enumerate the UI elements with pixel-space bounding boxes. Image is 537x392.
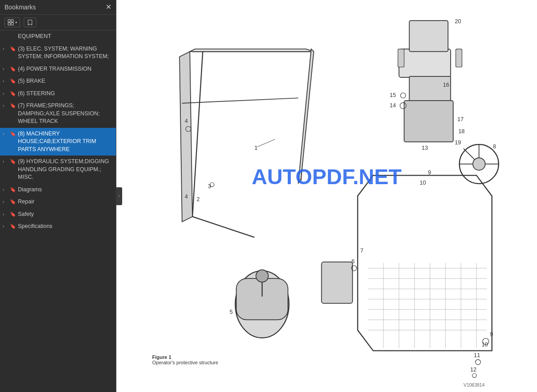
bookmark-icon: 🔖 — [10, 131, 18, 137]
bookmark-icon: 🔖 — [10, 46, 18, 52]
bookmark-icon: 🔖 — [10, 223, 18, 230]
close-button[interactable]: ✕ — [106, 4, 111, 11]
svg-text:18: 18 — [458, 128, 465, 135]
svg-text:3: 3 — [208, 183, 211, 190]
svg-rect-20 — [399, 49, 451, 77]
sidebar-item-label-frame-springs: (7) FRAME;SPRINGS; DAMPING;AXLE SUSPENSI… — [18, 102, 112, 126]
expand-all-button[interactable]: ▾ — [4, 17, 20, 27]
chevron-icon: › — [3, 199, 10, 205]
svg-rect-0 — [8, 20, 10, 22]
sidebar-item-power-transmission[interactable]: ›🔖(4) POWER TRANSMISSION — [0, 63, 116, 76]
svg-point-69 — [256, 270, 268, 282]
sidebar-item-specifications[interactable]: ›🔖Specifications — [0, 220, 116, 233]
svg-rect-23 — [456, 49, 462, 67]
expand-dropdown-icon: ▾ — [15, 21, 17, 25]
svg-line-4 — [192, 51, 203, 216]
svg-point-62 — [475, 359, 481, 365]
svg-text:9: 9 — [490, 331, 493, 337]
expand-icon — [8, 19, 14, 25]
svg-text:20: 20 — [455, 18, 461, 25]
svg-text:19: 19 — [455, 139, 461, 146]
main-content: AUTOPDF.NET 1 4 — [116, 0, 537, 392]
svg-text:1: 1 — [254, 145, 257, 151]
sidebar-item-label-power-transmission: (4) POWER TRANSMISSION — [18, 65, 112, 73]
sidebar-content[interactable]: EQUIPMENT›🔖(3) ELEC. SYSTEM; WARNING SYS… — [0, 30, 116, 392]
svg-text:10: 10 — [420, 180, 426, 186]
svg-rect-2 — [8, 23, 10, 25]
svg-text:V1063814: V1063814 — [464, 383, 485, 388]
sidebar-item-label-repair: Repair — [18, 198, 112, 206]
svg-point-31 — [401, 93, 406, 98]
sidebar-item-label-elec-system: (3) ELEC. SYSTEM; WARNING SYSTEM; INFORM… — [18, 45, 112, 61]
sidebar-title: Bookmarks — [4, 4, 36, 11]
svg-text:12: 12 — [470, 367, 477, 373]
sidebar-item-label-brake: (5) BRAKE — [18, 77, 112, 85]
svg-point-64 — [472, 373, 476, 377]
sidebar-item-machinery-house[interactable]: ›🔖(8) MACHINERY HOUSE;CAB;EXTERIOR TRIM … — [0, 128, 116, 156]
svg-marker-43 — [358, 175, 492, 350]
chevron-icon: › — [3, 78, 10, 84]
sidebar-item-steering[interactable]: ›🔖(6) STEERING — [0, 88, 116, 100]
svg-text:10: 10 — [482, 341, 488, 348]
figure-number: Figure 1 — [152, 354, 218, 360]
svg-text:8: 8 — [493, 143, 496, 150]
svg-rect-27 — [404, 101, 453, 142]
svg-text:9: 9 — [428, 169, 431, 176]
sidebar-item-repair[interactable]: ›🔖Repair — [0, 196, 116, 208]
pdf-page: AUTOPDF.NET 1 4 — [116, 0, 537, 392]
sidebar-item-label-safety: Safety — [18, 211, 112, 219]
svg-text:14: 14 — [390, 102, 396, 109]
bookmark-icon: 🔖 — [10, 78, 18, 84]
chevron-icon: › — [3, 211, 10, 218]
bookmark-icon: 🔖 — [10, 211, 18, 218]
bookmark-icon: 🔖 — [10, 158, 18, 165]
sidebar-item-hydraulic-system[interactable]: ›🔖(9) HYDRAULIC SYSTEM;DIGGING HANDLING … — [0, 156, 116, 184]
sidebar-toolbar: ▾ — [0, 15, 116, 30]
sidebar-item-frame-springs[interactable]: ›🔖(7) FRAME;SPRINGS; DAMPING;AXLE SUSPEN… — [0, 100, 116, 128]
chevron-icon: › — [3, 223, 10, 230]
sidebar-item-diagrams[interactable]: ›🔖Diagrams — [0, 184, 116, 196]
sidebar-item-label-steering: (6) STEERING — [18, 90, 112, 98]
svg-text:16: 16 — [443, 82, 449, 88]
chevron-icon: › — [3, 187, 10, 193]
sidebar-item-label-machinery-house: (8) MACHINERY HOUSE;CAB;EXTERIOR TRIM PA… — [18, 130, 112, 154]
svg-rect-22 — [398, 49, 404, 67]
sidebar-item-label-equipment: EQUIPMENT — [18, 33, 112, 41]
bookmark-icon: 🔖 — [10, 90, 18, 97]
sidebar-item-label-hydraulic-system: (9) HYDRAULIC SYSTEM;DIGGING HANDLING GR… — [18, 158, 112, 181]
svg-text:15: 15 — [390, 92, 396, 98]
svg-marker-7 — [190, 49, 314, 52]
sidebar-item-safety[interactable]: ›🔖Safety — [0, 208, 116, 221]
svg-text:17: 17 — [457, 116, 464, 122]
chevron-icon: › — [3, 159, 10, 165]
chevron-icon: › — [3, 103, 10, 109]
sidebar-item-brake[interactable]: ›🔖(5) BRAKE — [0, 75, 116, 88]
svg-rect-21 — [409, 21, 448, 51]
collapse-sidebar-button[interactable]: ‹ — [116, 187, 122, 205]
svg-text:5: 5 — [230, 309, 233, 315]
bookmark-icon: 🔖 — [10, 66, 18, 72]
bookmark-view-button[interactable] — [24, 17, 36, 27]
diagram-svg: 1 4 4 2 3 20 16 — [116, 0, 537, 392]
sidebar-item-label-diagrams: Diagrams — [18, 186, 112, 194]
chevron-icon: › — [3, 46, 10, 52]
svg-text:4: 4 — [185, 118, 188, 124]
svg-rect-3 — [11, 23, 13, 25]
sidebar-item-equipment[interactable]: EQUIPMENT — [0, 30, 116, 43]
svg-rect-72 — [321, 262, 352, 303]
bookmark-icon: 🔖 — [10, 186, 18, 193]
svg-line-41 — [464, 148, 475, 160]
svg-text:13: 13 — [422, 145, 428, 151]
svg-line-10 — [192, 217, 254, 237]
sidebar: Bookmarks ✕ ▾ EQUIPMENT›🔖(3) ELEC. SYSTE… — [0, 0, 116, 392]
bookmark-icon: 🔖 — [10, 102, 18, 109]
sidebar-item-elec-system[interactable]: ›🔖(3) ELEC. SYSTEM; WARNING SYSTEM; INFO… — [0, 43, 116, 63]
svg-text:11: 11 — [474, 352, 480, 358]
svg-text:6: 6 — [351, 258, 354, 265]
bookmark-icon — [27, 19, 33, 25]
svg-text:4: 4 — [185, 194, 188, 200]
chevron-icon: › — [3, 91, 10, 97]
svg-rect-1 — [11, 20, 13, 22]
bookmark-icon: 🔖 — [10, 198, 18, 205]
chevron-icon: › — [3, 131, 10, 137]
